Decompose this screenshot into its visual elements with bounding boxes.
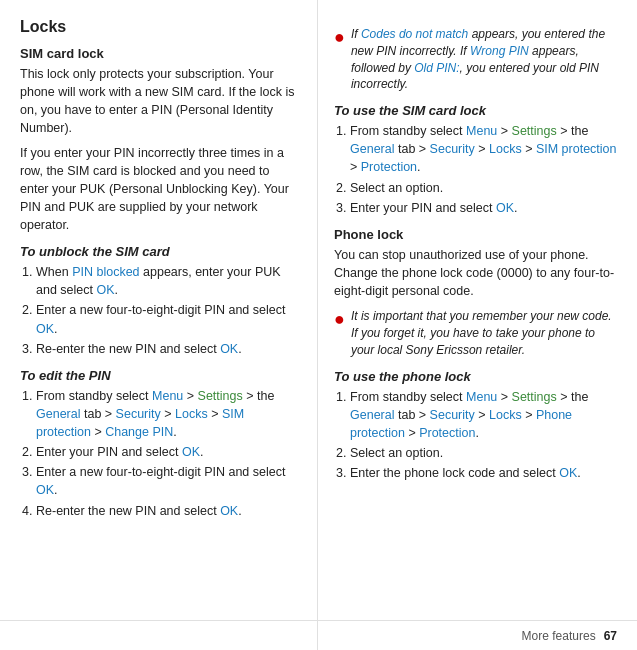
step: Enter the phone lock code and select OK. [350, 464, 621, 482]
highlight-settings: Settings [198, 389, 243, 403]
step: From standby select Menu > Settings > th… [36, 387, 301, 441]
step-text: Re-enter the new PIN and select OK. [36, 342, 242, 356]
highlight-menu: Menu [152, 389, 183, 403]
edit-pin-title: To edit the PIN [20, 368, 301, 383]
unblock-sim-steps: When PIN blocked appears, enter your PUK… [36, 263, 301, 358]
left-column: Locks SIM card lock This lock only prote… [0, 0, 318, 650]
highlight-menu: Menu [466, 390, 497, 404]
footer-bar: More features 67 [0, 620, 637, 650]
highlight-protection: Protection [361, 160, 417, 174]
step-text: Enter your PIN and select OK. [36, 445, 203, 459]
highlight-codes-not-match: Codes do not match [361, 27, 468, 41]
step: From standby select Menu > Settings > th… [350, 388, 621, 442]
step-text: Select an option. [350, 181, 443, 195]
highlight-general: General [350, 408, 394, 422]
highlight-old-pin: Old PIN: [414, 61, 459, 75]
highlight-general: General [350, 142, 394, 156]
highlight-sim-protection: SIM protection [536, 142, 617, 156]
highlight-settings: Settings [512, 390, 557, 404]
step-text: Select an option. [350, 446, 443, 460]
section-title: Locks [20, 18, 301, 36]
step: From standby select Menu > Settings > th… [350, 122, 621, 176]
right-column: ● If Codes do not match appears, you ent… [318, 0, 637, 650]
step-text: When PIN blocked appears, enter your PUK… [36, 265, 281, 297]
highlight-locks: Locks [489, 142, 522, 156]
phone-lock-title: Phone lock [334, 227, 621, 242]
step-text: From standby select Menu > Settings > th… [350, 390, 588, 440]
step: Enter your PIN and select OK. [350, 199, 621, 217]
note-block-2: ● It is important that you remember your… [334, 308, 621, 358]
use-phone-lock-steps: From standby select Menu > Settings > th… [350, 388, 621, 483]
highlight-locks: Locks [175, 407, 208, 421]
step-text: From standby select Menu > Settings > th… [350, 124, 617, 174]
edit-pin-steps: From standby select Menu > Settings > th… [36, 387, 301, 520]
note-bullet-icon: ● [334, 28, 345, 46]
highlight-ok: OK [220, 504, 238, 518]
highlight-ok: OK [36, 322, 54, 336]
highlight-change-pin: Change PIN [105, 425, 173, 439]
footer-label: More features [522, 629, 596, 643]
use-sim-card-lock-title: To use the SIM card lock [334, 103, 621, 118]
sim-card-lock-body2: If you enter your PIN incorrectly three … [20, 144, 301, 235]
note-text-1: If Codes do not match appears, you enter… [351, 26, 621, 93]
highlight-menu: Menu [466, 124, 497, 138]
step: Enter a new four-to-eight-digit PIN and … [36, 463, 301, 499]
highlight-wrong-pin: Wrong PIN [470, 44, 529, 58]
highlight-security: Security [430, 142, 475, 156]
step: Enter your PIN and select OK. [36, 443, 301, 461]
use-phone-lock-title: To use the phone lock [334, 369, 621, 384]
highlight-ok: OK [496, 201, 514, 215]
sim-card-lock-body1: This lock only protects your subscriptio… [20, 65, 301, 138]
note-block-1: ● If Codes do not match appears, you ent… [334, 26, 621, 93]
step: Select an option. [350, 179, 621, 197]
highlight-ok: OK [36, 483, 54, 497]
highlight-ok: OK [182, 445, 200, 459]
step: Re-enter the new PIN and select OK. [36, 340, 301, 358]
highlight-ok: OK [96, 283, 114, 297]
highlight-pin-blocked: PIN blocked [72, 265, 139, 279]
note-text-2: It is important that you remember your n… [351, 308, 621, 358]
step-text: Enter a new four-to-eight-digit PIN and … [36, 303, 285, 335]
page-container: Locks SIM card lock This lock only prote… [0, 0, 637, 650]
highlight-ok: OK [220, 342, 238, 356]
step-text: Enter your PIN and select OK. [350, 201, 517, 215]
highlight-security: Security [430, 408, 475, 422]
highlight-settings: Settings [512, 124, 557, 138]
highlight-locks: Locks [489, 408, 522, 422]
step: Re-enter the new PIN and select OK. [36, 502, 301, 520]
step-text: Enter the phone lock code and select OK. [350, 466, 581, 480]
step: Enter a new four-to-eight-digit PIN and … [36, 301, 301, 337]
step-text: From standby select Menu > Settings > th… [36, 389, 274, 439]
step: Select an option. [350, 444, 621, 462]
unblock-sim-title: To unblock the SIM card [20, 244, 301, 259]
use-sim-card-lock-steps: From standby select Menu > Settings > th… [350, 122, 621, 217]
note-bullet-icon-2: ● [334, 310, 345, 328]
step-text: Enter a new four-to-eight-digit PIN and … [36, 465, 285, 497]
highlight-protection: Protection [419, 426, 475, 440]
sim-card-lock-title: SIM card lock [20, 46, 301, 61]
highlight-ok: OK [559, 466, 577, 480]
step: When PIN blocked appears, enter your PUK… [36, 263, 301, 299]
footer-page: 67 [604, 629, 617, 643]
highlight-general: General [36, 407, 80, 421]
step-text: Re-enter the new PIN and select OK. [36, 504, 242, 518]
phone-lock-body: You can stop unauthorized use of your ph… [334, 246, 621, 300]
highlight-security: Security [116, 407, 161, 421]
